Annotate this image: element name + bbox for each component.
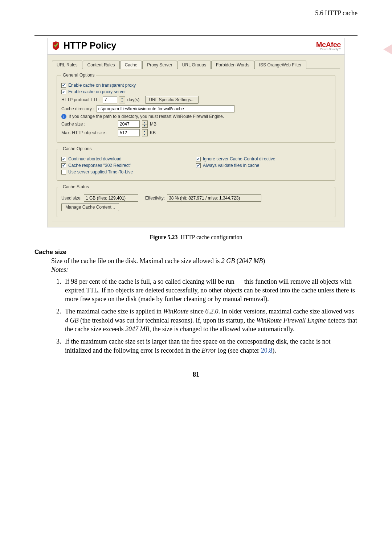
page-corner-decoration <box>383 44 392 54</box>
ttl-label: HTTP protocol TTL : <box>61 97 101 102</box>
enable-proxy-checkbox[interactable] <box>61 90 66 94</box>
cache-size-unit: MB <box>150 122 156 127</box>
tab-proxy-server[interactable]: Proxy Server <box>142 61 177 69</box>
validate-label: Always validate files in cache <box>203 163 259 168</box>
figure-caption-text: HTTP cache configuration <box>181 234 242 240</box>
tab-url-groups[interactable]: URL Groups <box>177 61 211 69</box>
general-options-legend: General Options <box>61 73 96 78</box>
manage-cache-content-button[interactable]: Manage Cache Content... <box>61 203 119 211</box>
app-logo-icon <box>51 41 61 50</box>
note-item-3: If the maximum cache size set is larger … <box>63 337 358 355</box>
info-icon: i <box>61 114 66 119</box>
intro-text-1: Size of the cache file on the disk. Maxi… <box>51 257 221 264</box>
enable-proxy-label: Enable cache on proxy server <box>68 89 126 94</box>
brand-logo: McAfee Proven Security™ <box>316 41 341 50</box>
ttl-spinner[interactable]: ▲▼ <box>119 96 125 103</box>
info-text: If you change the path to a directory, y… <box>69 114 224 119</box>
tab-iss-filter[interactable]: ISS OrangeWeb Filter <box>254 61 306 69</box>
enable-transparent-label: Enable cache on transparent proxy <box>68 83 136 88</box>
dialog-titlebar: HTTP Policy McAfee Proven Security™ <box>48 38 344 55</box>
brand-name: McAfee <box>316 41 341 49</box>
intro-em-1: 2 GB <box>221 257 235 264</box>
effectivity-value <box>167 194 261 202</box>
section-intro: Size of the cache file on the disk. Maxi… <box>51 257 358 274</box>
figure-number: Figure 5.23 <box>150 234 177 240</box>
cache-size-spinner[interactable]: ▲▼ <box>142 120 148 128</box>
cache-302-label: Cache responses "302 Redirect" <box>68 163 131 168</box>
max-obj-unit: KB <box>150 130 156 135</box>
general-options-group: General Options Enable cache on transpar… <box>57 73 335 143</box>
tab-content-rules[interactable]: Content Rules <box>83 61 120 69</box>
cache-302-checkbox[interactable] <box>61 163 66 168</box>
max-obj-input[interactable] <box>118 129 140 136</box>
continue-aborted-checkbox[interactable] <box>61 157 66 161</box>
enable-transparent-checkbox[interactable] <box>61 83 66 88</box>
header-rule <box>34 35 358 36</box>
validate-checkbox[interactable] <box>196 163 201 168</box>
tab-url-rules[interactable]: URL Rules <box>52 61 82 69</box>
max-obj-spinner[interactable]: ▲▼ <box>142 129 148 136</box>
use-server-ttl-checkbox[interactable] <box>61 170 66 175</box>
url-specific-settings-button[interactable]: URL Specific Settings... <box>145 96 199 104</box>
intro-em-2: 2047 MB <box>239 257 263 264</box>
tab-cache[interactable]: Cache <box>120 61 142 69</box>
tab-strip: URL Rules Content Rules Cache Proxy Serv… <box>52 60 340 69</box>
notes-list: If 98 per cent of the cache is full, a s… <box>51 277 358 355</box>
effectivity-label: Effectivity: <box>145 196 165 201</box>
continue-aborted-label: Continue aborted download <box>68 156 122 161</box>
http-policy-dialog: HTTP Policy McAfee Proven Security™ URL … <box>47 38 345 227</box>
cache-dir-label: Cache directory : <box>61 106 94 111</box>
max-obj-label: Max. HTTP object size : <box>61 130 116 135</box>
intro-paren: ( <box>235 257 239 264</box>
note-item-1: If 98 per cent of the cache is full, a s… <box>63 277 358 304</box>
notes-label: Notes: <box>51 266 68 273</box>
section-heading: Cache size <box>34 249 358 256</box>
ignore-cc-checkbox[interactable] <box>196 157 201 161</box>
page-number: 81 <box>34 371 358 378</box>
used-size-value <box>84 194 138 202</box>
cache-status-group: Cache Status Used size: Effectivity: Man… <box>57 184 335 217</box>
dialog-title: HTTP Policy <box>64 40 116 51</box>
tab-forbidden-words[interactable]: Forbidden Words <box>211 61 254 69</box>
intro-end: ) <box>263 257 265 264</box>
note-item-2: The maximal cache size is applied in Win… <box>63 307 358 333</box>
cache-options-legend: Cache Options <box>61 146 93 151</box>
cache-dir-input[interactable] <box>97 105 234 112</box>
use-server-ttl-label: Use server supplied Time-To-Live <box>68 169 133 175</box>
cache-size-input[interactable] <box>118 120 140 128</box>
page-header: 5.6 HTTP cache <box>34 7 358 17</box>
ttl-unit: day(s) <box>127 97 139 102</box>
used-size-label: Used size: <box>61 196 82 201</box>
cache-options-group: Cache Options Continue aborted download … <box>57 146 335 181</box>
figure-caption: Figure 5.23 HTTP cache configuration <box>34 234 358 241</box>
cache-status-legend: Cache Status <box>61 184 90 189</box>
cache-size-label: Cache size : <box>61 122 116 127</box>
ignore-cc-label: Ignore server Cache-Control directive <box>203 156 275 161</box>
ttl-input[interactable] <box>103 96 117 103</box>
tab-panel: General Options Enable cache on transpar… <box>52 69 340 222</box>
